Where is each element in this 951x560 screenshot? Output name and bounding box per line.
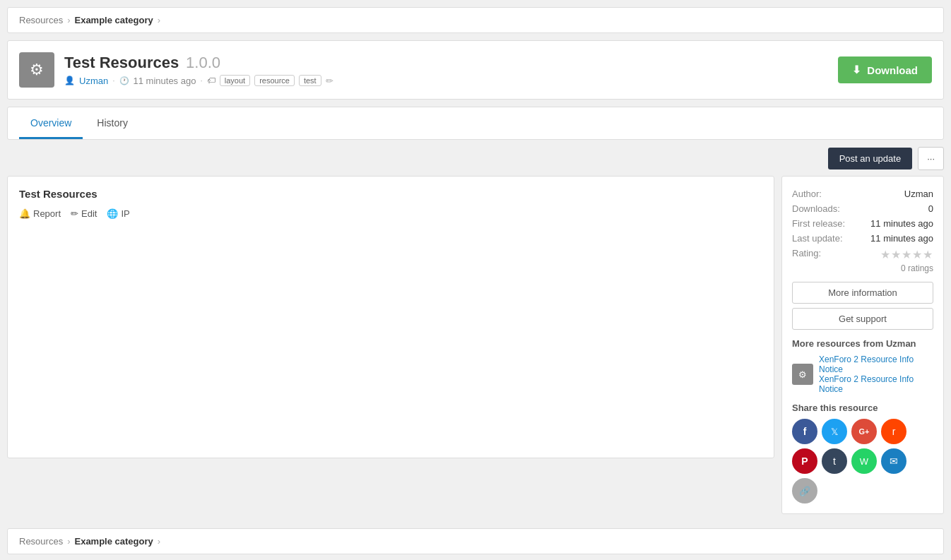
breadcrumb-bottom: Resources › Example category › [7,528,944,554]
post-update-button[interactable]: Post an update [828,148,912,169]
sidebar-rating-row: Rating: ★★★★★ [792,246,933,263]
sidebar-author-row: Author: Uzman [792,186,933,201]
sidebar-info-box: Author: Uzman Downloads: 0 First release… [781,176,944,514]
pencil-icon: ✏ [71,208,78,219]
tabs-bar: Overview History [7,107,944,140]
clock-icon: 🕐 [119,76,129,85]
breadcrumb-category[interactable]: Example category [74,15,153,25]
breadcrumb-bottom-resources[interactable]: Resources [19,536,63,547]
resource-link-name-2[interactable]: XenForo 2 Resource Info Notice [819,374,914,394]
resource-body-title: Test Resources [19,188,762,200]
edit-link[interactable]: ✏ Edit [71,208,97,219]
edit-tags-icon[interactable]: ✏ [326,76,333,86]
report-link[interactable]: 🔔 Report [19,208,61,219]
resource-link-item: ⚙ XenForo 2 Resource Info Notice XenForo… [792,355,933,394]
author-icon: 👤 [64,76,75,85]
breadcrumb-sep1: › [67,15,70,25]
share-copylink-button[interactable]: 🔗 [792,478,817,504]
main-column: Test Resources 🔔 Report ✏ Edit 🌐 IP [7,176,774,521]
globe-icon: 🌐 [107,208,118,219]
tag-resource[interactable]: resource [254,75,295,86]
ratings-count: 0 ratings [792,263,933,273]
ip-link[interactable]: 🌐 IP [107,208,129,219]
tab-history[interactable]: History [85,107,139,139]
resource-title-area: Test Resources 1.0.0 👤 Uzman · 🕐 11 minu… [64,54,333,86]
resource-title: Test Resources 1.0.0 [64,54,333,72]
sidebar-downloads-row: Downloads: 0 [792,201,933,216]
share-googleplus-button[interactable]: G+ [851,419,877,444]
share-pinterest-button[interactable]: P [792,448,817,474]
time-ago: 11 minutes ago [134,76,196,86]
more-resources-title: More resources from Uzman [792,338,933,349]
action-bar: Post an update ··· [7,147,944,170]
bell-icon: 🔔 [19,208,30,219]
resource-header-left: ⚙ Test Resources 1.0.0 👤 Uzman · 🕐 11 mi… [19,52,333,88]
get-support-button[interactable]: Get support [792,308,933,330]
tag-layout[interactable]: layout [220,75,250,86]
rating-stars[interactable]: ★★★★★ [880,248,933,261]
tags-icon: 🏷 [207,76,215,85]
breadcrumb-resources[interactable]: Resources [19,15,63,25]
share-email-button[interactable]: ✉ [881,448,906,474]
resource-link-name-1[interactable]: XenForo 2 Resource Info Notice [819,355,914,374]
more-options-button[interactable]: ··· [918,147,944,170]
share-tumblr-button[interactable]: t [822,448,847,474]
tag-test[interactable]: test [299,75,321,86]
resource-link-icon: ⚙ [792,364,813,385]
resource-body: Test Resources 🔔 Report ✏ Edit 🌐 IP [7,176,774,458]
resource-actions: 🔔 Report ✏ Edit 🌐 IP [19,208,762,219]
share-icons: f 𝕏 G+ r P t W ✉ 🔗 [792,419,933,504]
sidebar-last-update-row: Last update: 11 minutes ago [792,231,933,246]
tab-overview[interactable]: Overview [19,107,83,139]
sidebar-first-release-row: First release: 11 minutes ago [792,216,933,231]
sidebar-column: Author: Uzman Downloads: 0 First release… [781,176,944,521]
author-link[interactable]: Uzman [79,76,108,86]
content-area: Test Resources 🔔 Report ✏ Edit 🌐 IP [7,176,944,521]
share-whatsapp-button[interactable]: W [851,448,877,474]
share-twitter-button[interactable]: 𝕏 [822,419,847,444]
breadcrumb-bottom-sep2: › [158,536,160,547]
breadcrumb-bottom-sep1: › [67,536,70,547]
sidebar-buttons: More information Get support [792,282,933,330]
resource-meta: 👤 Uzman · 🕐 11 minutes ago · 🏷 layout re… [64,75,333,86]
download-button[interactable]: ⬇ Download [838,56,932,83]
more-information-button[interactable]: More information [792,282,933,304]
share-reddit-button[interactable]: r [881,419,906,444]
breadcrumb-top: Resources › Example category › [7,7,944,33]
download-icon: ⬇ [852,64,861,76]
breadcrumb-bottom-category[interactable]: Example category [74,536,153,547]
share-facebook-button[interactable]: f [792,419,817,444]
resource-header: ⚙ Test Resources 1.0.0 👤 Uzman · 🕐 11 mi… [7,40,944,100]
breadcrumb-sep2: › [158,15,160,25]
resource-icon: ⚙ [19,52,54,88]
share-section-title: Share this resource [792,403,933,413]
